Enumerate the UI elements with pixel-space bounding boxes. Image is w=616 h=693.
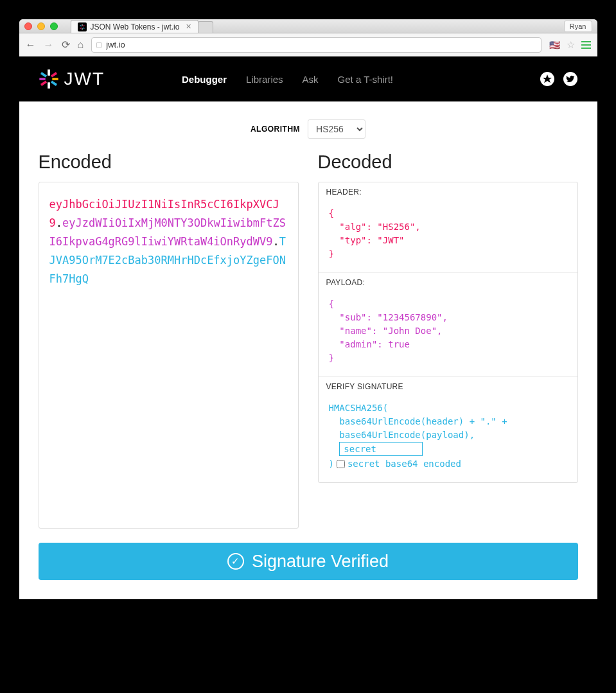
signature-status-bar: ✓ Signature Verified — [39, 543, 578, 580]
svg-line-10 — [51, 73, 57, 76]
nav-libraries[interactable]: Libraries — [246, 74, 283, 85]
header-social — [540, 71, 578, 87]
decoded-payload-label: PAYLOAD: — [319, 273, 577, 291]
sig-line: HMACSHA256( — [329, 401, 567, 415]
nav-tshirt[interactable]: Get a T-shirt! — [338, 74, 393, 85]
json-line: "sub": "1234567890", — [329, 311, 567, 324]
token-payload: eyJzdWIiOiIxMjM0NTY3ODkwIiwibmFtZSI6Ikpv… — [49, 216, 286, 248]
json-line: "typ": "JWT" — [329, 234, 567, 247]
encoded-heading: Encoded — [39, 152, 299, 173]
decoded-signature-body: HMACSHA256( base64UrlEncode(header) + ".… — [319, 395, 577, 482]
close-tab-icon[interactable]: ✕ — [186, 22, 191, 31]
maximize-window-button[interactable] — [50, 22, 58, 30]
traffic-lights — [24, 22, 58, 30]
tab-title: JSON Web Tokens - jwt.io — [91, 22, 180, 31]
algorithm-row: ALGORITHM HS256 — [39, 114, 578, 152]
shield-badge-icon[interactable] — [540, 71, 555, 87]
json-line: { — [329, 207, 567, 220]
encoded-column: Encoded eyJhbGciOiJIUzI1NiIsInR5cCI6IkpX… — [39, 152, 299, 529]
encoded-token-input[interactable]: eyJhbGciOiJIUzI1NiIsInR5cCI6IkpXVCJ9.eyJ… — [39, 182, 299, 529]
minimize-window-button[interactable] — [37, 22, 45, 30]
browser-tabs: JSON Web Tokens - jwt.io ✕ — [71, 19, 214, 33]
decoded-signature-label: VERIFY SIGNATURE — [319, 377, 577, 395]
toolbar-right: 🇺🇸 ☆ — [549, 39, 591, 51]
decoded-payload-body[interactable]: { "sub": "1234567890", "name": "John Doe… — [319, 291, 577, 376]
svg-line-4 — [83, 25, 84, 26]
algorithm-label: ALGORITHM — [251, 125, 300, 134]
svg-line-3 — [83, 28, 84, 28]
decoded-header-body[interactable]: { "alg": "HS256", "typ": "JWT" } — [319, 200, 577, 272]
page-content: ALGORITHM HS256 Encoded eyJhbGciOiJIUzI1… — [19, 101, 597, 599]
page-icon: ▢ — [96, 40, 102, 49]
nav-debugger[interactable]: Debugger — [182, 74, 227, 85]
secret-base64-label: secret base64 encoded — [348, 457, 461, 471]
svg-line-5 — [80, 28, 81, 28]
json-line: "name": "John Doe", — [329, 324, 567, 338]
browser-window: JSON Web Tokens - jwt.io ✕ Ryan ← → ⟳ ⌂ … — [19, 19, 597, 599]
jwt-logo-icon — [39, 69, 59, 89]
decoded-panels: HEADER: { "alg": "HS256", "typ": "JWT" }… — [318, 182, 578, 483]
sig-line: base64UrlEncode(payload), — [329, 428, 567, 442]
forward-button[interactable]: → — [44, 39, 54, 51]
decoded-heading: Decoded — [318, 152, 578, 173]
svg-line-8 — [41, 73, 46, 76]
twitter-icon[interactable] — [563, 71, 578, 87]
main-nav: Debugger Libraries Ask Get a T-shirt! — [182, 74, 393, 85]
svg-line-9 — [51, 82, 57, 85]
home-button[interactable]: ⌂ — [78, 39, 84, 51]
browser-tab-active[interactable]: JSON Web Tokens - jwt.io ✕ — [71, 20, 199, 33]
bookmark-star-icon[interactable]: ☆ — [567, 39, 575, 51]
secret-input[interactable] — [339, 442, 423, 456]
site-header: JWT Debugger Libraries Ask Get a T-shirt… — [19, 57, 597, 101]
chrome-profile-button[interactable]: Ryan — [564, 21, 592, 32]
close-window-button[interactable] — [24, 22, 32, 30]
json-line: { — [329, 297, 567, 311]
svg-line-2 — [80, 25, 81, 26]
secret-base64-checkbox[interactable] — [337, 460, 345, 468]
algorithm-select[interactable]: HS256 — [308, 119, 365, 139]
json-line: } — [329, 247, 567, 261]
decoded-header-label: HEADER: — [319, 182, 577, 200]
translate-icon[interactable]: 🇺🇸 — [549, 40, 560, 50]
url-text: jwt.io — [106, 40, 125, 49]
address-bar[interactable]: ▢ jwt.io — [91, 37, 541, 53]
nav-ask[interactable]: Ask — [303, 74, 319, 85]
debugger-columns: Encoded eyJhbGciOiJIUzI1NiIsInR5cCI6IkpX… — [39, 152, 578, 529]
svg-line-11 — [41, 82, 46, 85]
back-button[interactable]: ← — [26, 39, 36, 51]
jwt-logo[interactable]: JWT — [39, 69, 105, 89]
browser-toolbar: ← → ⟳ ⌂ ▢ jwt.io 🇺🇸 ☆ — [19, 33, 597, 57]
decoded-column: Decoded HEADER: { "alg": "HS256", "typ":… — [318, 152, 578, 483]
check-circle-icon: ✓ — [227, 553, 244, 570]
json-line: "admin": true — [329, 338, 567, 351]
chrome-menu-icon[interactable] — [581, 41, 591, 49]
signature-status-text: Signature Verified — [252, 552, 389, 572]
sig-close: ) — [329, 457, 334, 471]
json-line: "alg": "HS256", — [329, 220, 567, 234]
brand-text: JWT — [64, 69, 105, 89]
window-titlebar: JSON Web Tokens - jwt.io ✕ Ryan — [19, 19, 597, 33]
reload-button[interactable]: ⟳ — [62, 39, 70, 51]
json-line: } — [329, 351, 567, 365]
sig-line: base64UrlEncode(header) + "." + — [329, 415, 567, 428]
new-tab-button[interactable] — [198, 21, 213, 33]
jwt-favicon — [78, 22, 87, 31]
